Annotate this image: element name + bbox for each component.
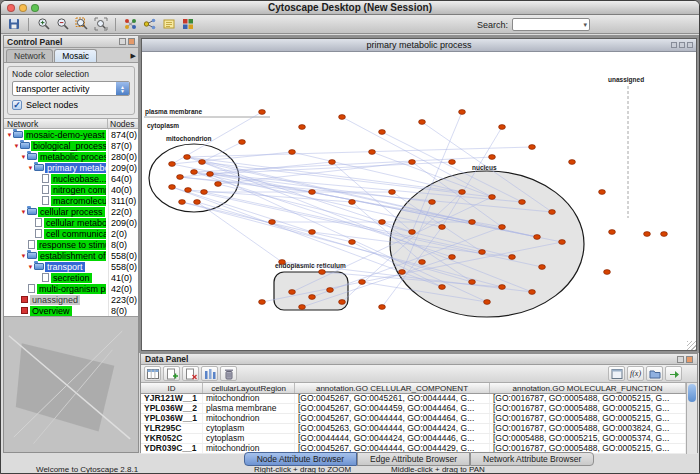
network-node[interactable] — [604, 270, 611, 275]
tab-mosaic[interactable]: Mosaic — [54, 49, 97, 62]
tab-node-attribute-browser[interactable]: Node Attribute Browser — [244, 452, 357, 466]
network-node[interactable] — [389, 190, 396, 195]
network-node[interactable] — [499, 225, 506, 230]
network-node[interactable] — [289, 150, 296, 155]
network-canvas[interactable]: plasma membrane cytoplasm mitochondrion … — [142, 52, 696, 350]
network-node[interactable] — [194, 200, 201, 205]
frame-minimize-icon[interactable] — [671, 42, 677, 48]
birdseye-view[interactable] — [4, 316, 138, 452]
frame-close-icon[interactable] — [687, 42, 693, 48]
network-node[interactable] — [449, 160, 456, 165]
network-node[interactable] — [439, 285, 446, 290]
table-row[interactable]: YKR052Ccytoplasm[GO:0044444, GO:0044424,… — [141, 434, 686, 444]
function-builder-icon[interactable]: f(x) — [627, 366, 644, 381]
network-node[interactable] — [529, 290, 536, 295]
network-edge[interactable] — [197, 202, 282, 262]
network-edge[interactable] — [342, 117, 492, 197]
column-header-0[interactable]: ID — [141, 383, 203, 393]
network-node[interactable] — [184, 155, 191, 160]
tab-edge-attribute-browser[interactable]: Edge Attribute Browser — [357, 452, 470, 466]
network-node[interactable] — [201, 190, 208, 195]
network-node[interactable] — [379, 305, 386, 310]
network-node[interactable] — [191, 170, 198, 175]
network-node[interactable] — [179, 200, 186, 205]
network-node[interactable] — [429, 200, 436, 205]
network-node[interactable] — [329, 160, 336, 165]
network-node[interactable] — [534, 235, 541, 240]
network-node[interactable] — [479, 250, 486, 255]
network-node[interactable] — [409, 230, 416, 235]
network-node[interactable] — [419, 260, 426, 265]
expand-arrow-icon[interactable]: ▼ — [20, 154, 27, 160]
network-node[interactable] — [185, 188, 192, 193]
frame-maximize-icon[interactable] — [679, 42, 685, 48]
tab-scroll-right-icon[interactable]: ▶ — [131, 52, 136, 60]
expand-arrow-icon[interactable]: ▼ — [20, 209, 27, 215]
network-node[interactable] — [349, 240, 356, 245]
network-node[interactable] — [169, 185, 176, 190]
search-input[interactable] — [513, 19, 581, 30]
network-node[interactable] — [299, 125, 306, 130]
create-attribute-icon[interactable] — [163, 366, 180, 381]
network-node[interactable] — [539, 265, 546, 270]
tree-column-nodes[interactable]: Nodes — [108, 119, 138, 128]
network-node[interactable] — [349, 200, 356, 205]
tree-row-metabolic-process[interactable]: ▼metabolic process280(0) — [4, 151, 138, 162]
zoom-window-button[interactable] — [31, 4, 39, 12]
close-window-button[interactable] — [7, 4, 15, 12]
import-attributes-icon[interactable] — [646, 366, 663, 381]
tree-row-nitrogen-compo[interactable]: nitrogen compo...40(0) — [4, 184, 138, 195]
tree-row-overview[interactable]: Overview8(0) — [4, 305, 138, 316]
network-node[interactable] — [559, 240, 566, 245]
network-node[interactable] — [484, 300, 491, 305]
network-node[interactable] — [379, 220, 386, 225]
network-node[interactable] — [644, 232, 651, 237]
zoom-selected-icon[interactable] — [73, 16, 90, 32]
network-node[interactable] — [489, 195, 496, 200]
network-node[interactable] — [309, 190, 316, 195]
network-node[interactable] — [339, 115, 346, 120]
tree-row-nucleobase[interactable]: nucleobase...64(0) — [4, 173, 138, 184]
attribute-matrix-icon[interactable] — [201, 366, 218, 381]
network-node[interactable] — [369, 150, 376, 155]
network-node[interactable] — [177, 175, 184, 180]
tree-row-response-to-stimu[interactable]: response to stimu...8(0) — [4, 239, 138, 250]
network-node[interactable] — [449, 255, 456, 260]
tree-row-establishment-of-l[interactable]: ▼establishment of l...558(0) — [4, 250, 138, 261]
resize-grip[interactable] — [687, 341, 696, 350]
network-edge[interactable] — [187, 147, 532, 157]
window-titlebar[interactable]: Cytoscape Desktop (New Session) — [1, 1, 699, 15]
network-node[interactable] — [549, 210, 556, 215]
annotation-icon[interactable] — [160, 16, 177, 32]
network-node[interactable] — [409, 160, 416, 165]
network-node[interactable] — [259, 300, 266, 305]
tree-row-biological-process[interactable]: ▼biological_process87(0) — [4, 140, 138, 151]
expand-arrow-icon[interactable]: ▼ — [27, 264, 34, 270]
close-panel-icon[interactable] — [686, 356, 693, 363]
show-graphics-details-icon[interactable] — [122, 16, 139, 32]
network-node[interactable] — [519, 200, 526, 205]
network-node[interactable] — [499, 125, 506, 130]
expand-arrow-icon[interactable]: ▼ — [6, 132, 13, 138]
zoom-in-icon[interactable] — [35, 16, 52, 32]
network-node[interactable] — [569, 160, 576, 165]
network-node[interactable] — [269, 220, 276, 225]
network-node[interactable] — [279, 260, 286, 265]
network-node[interactable] — [339, 300, 346, 305]
network-node[interactable] — [359, 280, 366, 285]
network-node[interactable] — [239, 140, 246, 145]
expand-arrow-icon[interactable]: ▼ — [13, 143, 20, 149]
expand-arrow-icon[interactable]: ▼ — [27, 165, 34, 171]
expand-arrow-icon[interactable]: ▼ — [20, 253, 27, 259]
vizmapper-icon[interactable] — [179, 16, 196, 32]
delete-row-icon[interactable] — [220, 366, 237, 381]
network-node[interactable] — [319, 270, 326, 275]
tree-row-macromolecule[interactable]: macromolecule...311(0) — [4, 195, 138, 206]
select-nodes-checkbox[interactable]: ✓ — [12, 100, 22, 110]
network-edge[interactable] — [292, 152, 462, 192]
network-node[interactable] — [609, 230, 616, 235]
column-header-1[interactable]: cellularLayoutRegion — [203, 383, 295, 393]
tree-column-network[interactable]: Network — [4, 119, 108, 128]
network-node[interactable] — [169, 162, 176, 167]
network-node[interactable] — [207, 172, 214, 177]
